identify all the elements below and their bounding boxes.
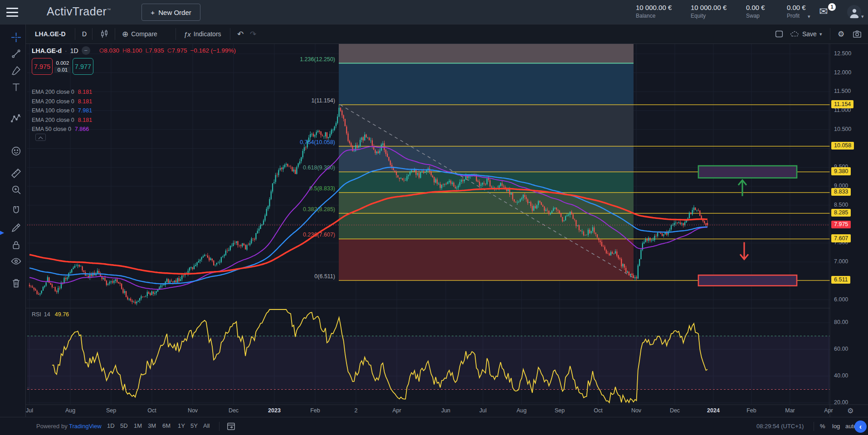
magnet-tool[interactable] <box>10 205 22 217</box>
symbol-button[interactable]: LHA.GE-D <box>35 24 66 44</box>
indicator-legend-row[interactable]: EMA 200 close 08.181 <box>32 117 92 126</box>
brush-tool[interactable] <box>10 64 22 77</box>
time-label: 2 <box>355 407 358 414</box>
range-5d-button[interactable]: 5D <box>117 421 131 430</box>
fib-price-label: 9.380 <box>831 167 851 175</box>
svg-text:1(11.154): 1(11.154) <box>311 97 335 104</box>
lock-tool[interactable] <box>10 239 22 251</box>
emoji-tool[interactable] <box>10 145 22 157</box>
powered-by[interactable]: Powered by TradingView <box>36 423 102 430</box>
delete-tool[interactable] <box>10 277 22 289</box>
new-order-button[interactable]: + New Order <box>141 4 200 21</box>
redo-button[interactable]: ↷ <box>250 24 256 44</box>
time-label: Feb <box>310 407 320 414</box>
chart-toolbar: LHA.GE-D D ⊕ Compare ƒx Indicators ↶ ↷ S… <box>26 24 868 44</box>
camera-icon <box>852 29 862 39</box>
emoji-icon <box>10 145 22 157</box>
go-to-date-icon <box>226 421 236 431</box>
up-arrow[interactable] <box>738 180 746 196</box>
time-axis[interactable]: JulAugSepOctNovDec2023Feb2AprJunJulAugSe… <box>26 405 830 417</box>
avatar-dropdown-icon[interactable]: ▾ <box>861 14 864 19</box>
chart-style-button[interactable] <box>99 24 109 44</box>
mail-badge: 1 <box>828 3 836 11</box>
rsi-collapse-icon[interactable]: « <box>27 385 30 391</box>
chart-settings-button[interactable]: ⚙ <box>838 24 844 44</box>
rsi-tick: 80.00 <box>834 319 848 325</box>
svg-text:1.236(12.250): 1.236(12.250) <box>300 56 335 63</box>
chart-canvas[interactable]: 1.236(12.250)1(11.154)0.764(10.058)0.618… <box>0 0 868 435</box>
sell-button[interactable]: 7.975 <box>32 58 53 75</box>
price-tick: 8.500 <box>834 202 848 208</box>
target-box-upper[interactable] <box>698 166 797 178</box>
range-3m-button[interactable]: 3M <box>145 421 159 430</box>
fib-retracement[interactable] <box>339 44 634 280</box>
spread-display: 0.002 0.01 <box>53 60 73 73</box>
mail-icon[interactable]: ✉ <box>819 5 828 18</box>
fib-price-label: 8.285 <box>831 209 851 217</box>
indicator-legend-row[interactable]: EMA 200 close 08.181 <box>32 89 92 98</box>
time-label: 2024 <box>707 407 720 414</box>
range-all-button[interactable]: All <box>200 421 212 430</box>
svg-text:0.618(9.380): 0.618(9.380) <box>303 164 335 171</box>
price-tick: 11.500 <box>834 88 851 94</box>
panel-expand-icon[interactable]: ▶ <box>0 229 4 236</box>
menu-icon[interactable] <box>6 8 18 17</box>
target-box-lower[interactable] <box>698 275 797 285</box>
avatar[interactable] <box>847 5 861 19</box>
legend-symbol[interactable]: LHA.GE-d <box>32 47 62 54</box>
axis-settings-gear-icon[interactable]: ⚙ <box>847 406 853 415</box>
symbol-legend-row: LHA.GE-d · 1D − O8.030H8.100L7.935C7.975… <box>32 46 236 55</box>
price-axis[interactable]: 12.50012.00011.50011.00010.5009.5009.000… <box>830 44 868 417</box>
screenshot-button[interactable] <box>852 24 862 44</box>
percent-scale-button[interactable]: % <box>820 423 825 430</box>
range-6m-button[interactable]: 6M <box>160 421 173 430</box>
layout-button[interactable] <box>774 24 784 44</box>
chevron-up-icon <box>39 136 43 141</box>
brush-icon <box>10 65 22 76</box>
price-tick: 12.500 <box>834 50 851 57</box>
range-1m-button[interactable]: 1M <box>131 421 145 430</box>
log-scale-button[interactable]: log <box>832 423 840 430</box>
stat-equity: 10 000.00 €Equity <box>691 4 727 19</box>
trendline-tool[interactable] <box>10 48 22 60</box>
range-5y-button[interactable]: 5Y <box>188 421 200 430</box>
fx-icon: ƒx <box>184 30 191 38</box>
svg-text:0(6.511): 0(6.511) <box>314 273 335 280</box>
collapse-panel-button[interactable]: ‹ <box>854 420 867 433</box>
time-label: Apr <box>824 407 833 414</box>
down-arrow[interactable] <box>740 242 748 260</box>
interval-button[interactable]: D <box>82 24 87 44</box>
legend-hide-button[interactable]: − <box>82 46 90 55</box>
zoom-in-tool[interactable] <box>10 184 22 196</box>
go-to-date-button[interactable] <box>226 421 236 431</box>
indicator-legend-row[interactable]: EMA 100 close 07.981 <box>32 107 92 116</box>
text-tool[interactable] <box>10 81 22 93</box>
tradingview-link: TradingView <box>69 423 102 430</box>
indicators-button[interactable]: ƒx Indicators <box>184 24 221 44</box>
time-label: Dec <box>670 407 680 414</box>
rsi-tick: 40.00 <box>834 372 848 379</box>
cloud-icon <box>790 29 800 39</box>
legend-interval: 1D <box>70 47 78 54</box>
draw-icon <box>10 222 22 233</box>
rsi-period: 14 <box>44 311 50 318</box>
measure-tool[interactable] <box>10 167 22 179</box>
profit-dropdown-icon[interactable]: ▾ <box>808 14 810 19</box>
buy-button[interactable]: 7.977 <box>73 58 93 75</box>
legend-collapse-button[interactable] <box>35 134 46 141</box>
rsi-legend[interactable]: RSI1449.76 <box>32 311 69 318</box>
rsi-name: RSI <box>32 311 41 318</box>
save-layout-button[interactable]: Save ▾ <box>790 24 822 44</box>
pattern-tool[interactable] <box>10 112 22 125</box>
undo-button[interactable]: ↶ <box>237 24 244 44</box>
indicator-legend-row[interactable]: EMA 200 close 08.181 <box>32 98 92 107</box>
compare-button[interactable]: ⊕ Compare <box>122 24 157 44</box>
hide-tool[interactable] <box>10 255 22 267</box>
plus-icon: + <box>151 9 155 16</box>
range-1d-button[interactable]: 1D <box>104 421 117 430</box>
range-1y-button[interactable]: 1Y <box>175 421 188 430</box>
crosshair-tool[interactable] <box>10 31 22 44</box>
stat-profit: 0.00 €Profit▾ <box>787 4 806 19</box>
draw-tool[interactable] <box>10 222 22 234</box>
app-logo: ActivTrader™ <box>47 5 111 18</box>
